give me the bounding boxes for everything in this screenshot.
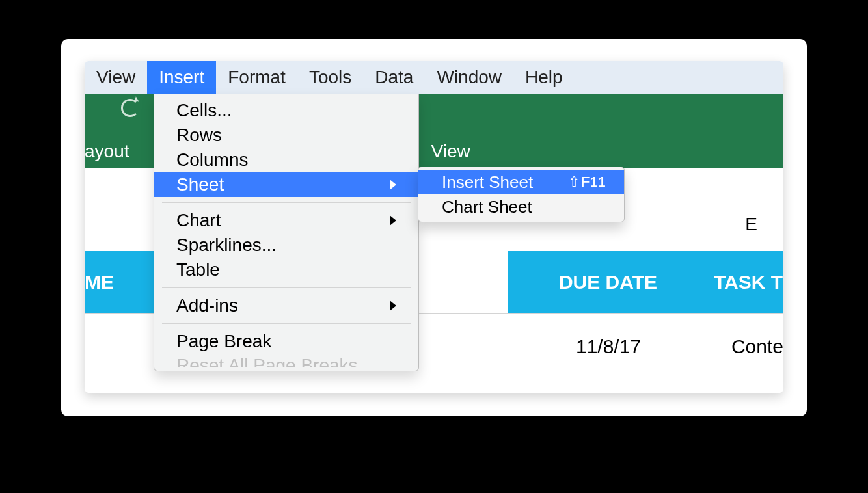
menu-item-addins[interactable]: Add-ins — [154, 293, 418, 318]
menu-item-sheet[interactable]: Sheet — [154, 172, 418, 197]
menu-item-page-break[interactable]: Page Break — [154, 329, 418, 354]
menu-item-columns[interactable]: Columns — [154, 148, 418, 172]
screenshot-card: View Insert Format Tools Data Window Hel… — [61, 39, 807, 416]
menu-item-sparklines[interactable]: Sparklines... — [154, 233, 418, 258]
menu-help[interactable]: Help — [513, 61, 575, 94]
insert-dropdown: Cells... Rows Columns Sheet Chart Sparkl… — [154, 94, 419, 371]
submenu-arrow-icon — [390, 180, 396, 190]
column-header-e[interactable]: E — [745, 214, 757, 235]
menu-item-table[interactable]: Table — [154, 258, 418, 282]
cell-due-date[interactable]: 11/8/17 — [508, 313, 709, 379]
table-header-task-partial[interactable]: TASK T — [709, 251, 783, 313]
app-window: View Insert Format Tools Data Window Hel… — [85, 61, 783, 393]
table-header-due-date[interactable]: DUE DATE — [508, 251, 709, 313]
undo-icon[interactable] — [121, 99, 139, 122]
menu-view[interactable]: View — [85, 61, 147, 94]
shortcut-label: ⇧F11 — [568, 174, 606, 191]
submenu-item-insert-sheet[interactable]: Insert Sheet ⇧F11 — [418, 170, 624, 194]
ribbon-tab-layout-partial[interactable]: ayout — [85, 141, 141, 162]
submenu-item-chart-sheet[interactable]: Chart Sheet — [418, 194, 624, 219]
menu-insert[interactable]: Insert — [147, 61, 216, 94]
menu-item-rows[interactable]: Rows — [154, 123, 418, 148]
menu-separator — [162, 323, 411, 324]
table-header-name-partial[interactable]: ME — [85, 251, 156, 313]
menu-tools[interactable]: Tools — [297, 61, 363, 94]
menubar: View Insert Format Tools Data Window Hel… — [85, 61, 783, 94]
menu-item-cells[interactable]: Cells... — [154, 98, 418, 123]
menu-item-chart[interactable]: Chart — [154, 208, 418, 233]
menu-separator — [162, 202, 411, 203]
menu-format[interactable]: Format — [216, 61, 297, 94]
submenu-arrow-icon — [390, 215, 396, 226]
submenu-arrow-icon — [390, 300, 396, 311]
menu-window[interactable]: Window — [425, 61, 513, 94]
sheet-submenu: Insert Sheet ⇧F11 Chart Sheet — [418, 167, 625, 222]
menu-data[interactable]: Data — [363, 61, 425, 94]
menu-item-reset-page-breaks-cut: Reset All Page Breaks — [154, 354, 418, 367]
menu-separator — [162, 287, 411, 288]
cell-task-partial[interactable]: Conte — [709, 313, 783, 379]
ribbon-tab-view[interactable]: View — [420, 141, 482, 162]
